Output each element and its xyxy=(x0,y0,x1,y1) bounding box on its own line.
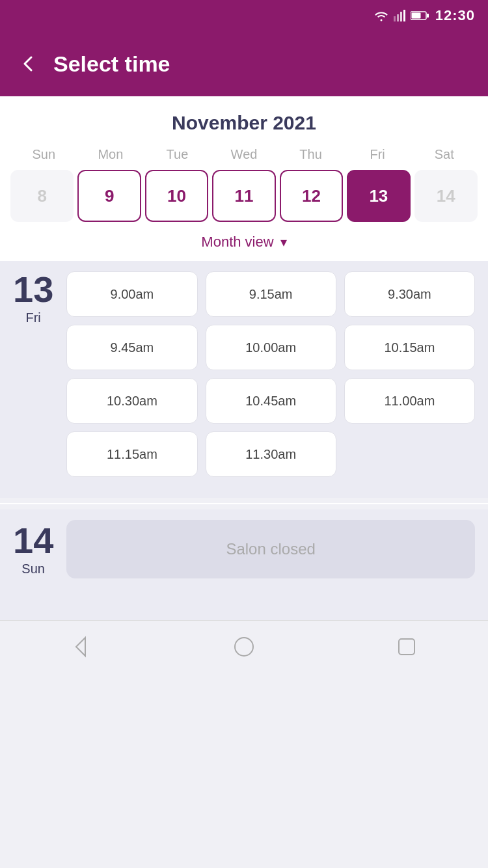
month-year-label: November 2021 xyxy=(10,112,478,134)
status-icons xyxy=(374,10,429,21)
signal-icon xyxy=(394,10,405,21)
time-slot-1115am[interactable]: 11.15am xyxy=(66,431,197,477)
svg-rect-5 xyxy=(411,13,420,19)
time-slot-930am[interactable]: 9.30am xyxy=(344,271,475,317)
status-time: 12:30 xyxy=(435,7,475,24)
app-header: Select time xyxy=(0,31,488,96)
battery-icon xyxy=(411,11,429,20)
svg-rect-2 xyxy=(400,12,402,21)
svg-rect-3 xyxy=(403,10,405,21)
day-name-sun: Sun xyxy=(21,562,45,576)
wifi-icon xyxy=(374,10,388,21)
time-slot-1030am[interactable]: 10.30am xyxy=(66,378,197,424)
time-slot-945am[interactable]: 9.45am xyxy=(66,325,197,370)
day-14[interactable]: 14 xyxy=(414,170,478,222)
weekday-tue: Tue xyxy=(144,147,211,162)
salon-closed-text: Salon closed xyxy=(226,540,315,558)
section-divider xyxy=(0,503,488,504)
weekday-wed: Wed xyxy=(211,147,278,162)
time-slot-915am[interactable]: 9.15am xyxy=(206,271,336,317)
month-view-toggle[interactable]: Month view ▾ xyxy=(10,234,478,251)
home-circle-icon xyxy=(232,635,256,658)
time-section-13: 13 Fri 9.00am 9.15am 9.30am 9.45am 10.00… xyxy=(0,261,488,498)
status-bar: 12:30 xyxy=(0,0,488,31)
recent-square-icon xyxy=(395,635,418,658)
day-9[interactable]: 9 xyxy=(77,170,141,222)
svg-rect-9 xyxy=(399,639,414,655)
time-section-14: 14 Sun Salon closed xyxy=(0,509,488,594)
nav-home-button[interactable] xyxy=(232,635,256,658)
back-triangle-icon xyxy=(70,635,93,658)
day-14-label: 14 Sun xyxy=(13,522,53,576)
weekday-fri: Fri xyxy=(344,147,411,162)
salon-closed-box: Salon closed xyxy=(66,520,475,578)
time-slot-1015am[interactable]: 10.15am xyxy=(344,325,475,370)
calendar-section: November 2021 Sun Mon Tue Wed Thu Fri Sa… xyxy=(0,96,488,261)
svg-rect-0 xyxy=(394,16,396,21)
day-8[interactable]: 8 xyxy=(10,170,74,222)
svg-point-8 xyxy=(235,638,253,656)
day-number-14: 14 xyxy=(13,522,53,559)
day-11[interactable]: 11 xyxy=(212,170,275,222)
back-button[interactable] xyxy=(20,55,38,73)
weekday-thu: Thu xyxy=(277,147,344,162)
nav-recent-button[interactable] xyxy=(395,635,418,658)
day-name-fri: Fri xyxy=(25,310,40,325)
weekday-mon: Mon xyxy=(77,147,144,162)
page-title: Select time xyxy=(53,51,170,77)
time-slot-1000am[interactable]: 10.00am xyxy=(206,325,336,370)
svg-rect-1 xyxy=(397,14,399,21)
days-row: 8 9 10 11 12 13 14 xyxy=(10,170,478,222)
svg-marker-7 xyxy=(76,638,85,656)
chevron-down-icon: ▾ xyxy=(280,234,287,250)
month-view-label: Month view xyxy=(201,234,273,251)
day-10[interactable]: 10 xyxy=(145,170,208,222)
time-slot-1100am[interactable]: 11.00am xyxy=(344,378,475,424)
day-13-header: 13 Fri 9.00am 9.15am 9.30am 9.45am 10.00… xyxy=(13,271,475,477)
day-13[interactable]: 13 xyxy=(347,170,410,222)
time-slots-grid-13: 9.00am 9.15am 9.30am 9.45am 10.00am 10.1… xyxy=(66,271,475,477)
day-13-label: 13 Fri xyxy=(13,271,53,325)
weekday-headers: Sun Mon Tue Wed Thu Fri Sat xyxy=(10,147,478,162)
weekday-sat: Sat xyxy=(411,147,478,162)
day-number-13: 13 xyxy=(13,271,53,308)
nav-back-button[interactable] xyxy=(70,635,93,658)
day-12[interactable]: 12 xyxy=(280,170,343,222)
time-slot-1045am[interactable]: 10.45am xyxy=(206,378,336,424)
weekday-sun: Sun xyxy=(10,147,77,162)
time-slot-900am[interactable]: 9.00am xyxy=(66,271,197,317)
time-slot-1130am[interactable]: 11.30am xyxy=(206,431,336,477)
svg-rect-6 xyxy=(427,14,429,18)
bottom-navigation xyxy=(0,620,488,672)
